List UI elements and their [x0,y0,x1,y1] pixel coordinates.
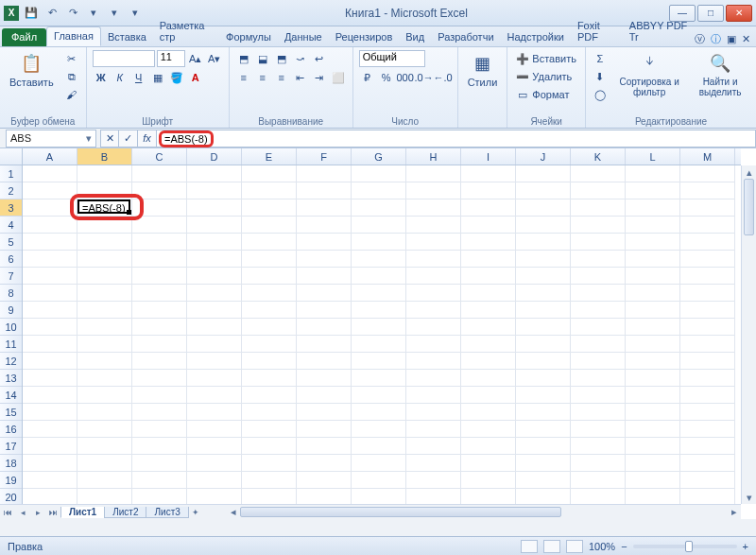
cell[interactable] [626,472,680,489]
cell[interactable] [352,234,406,251]
cell[interactable] [626,285,680,302]
cell[interactable] [516,370,571,387]
row-header[interactable]: 11 [0,336,22,353]
cell[interactable] [626,302,680,319]
name-box[interactable]: ABS ▾ [6,130,96,147]
column-header[interactable]: K [571,148,626,165]
page-layout-view-button[interactable] [543,540,560,553]
cell[interactable] [187,251,242,268]
cell[interactable] [132,217,187,234]
row-header[interactable]: 17 [0,438,22,455]
cell[interactable] [680,251,735,268]
align-top-icon[interactable]: ⬒ [235,50,252,67]
row-header[interactable]: 10 [0,319,22,336]
cell[interactable] [187,319,242,336]
cell[interactable] [680,336,735,353]
cell[interactable] [242,370,297,387]
styles-button[interactable]: ▦ Стили [464,50,502,90]
sheet-nav-last-icon[interactable]: ⏭ [45,505,60,520]
zoom-out-button[interactable]: − [621,541,627,552]
cell[interactable] [23,285,77,302]
maximize-button[interactable]: □ [697,5,724,22]
cell[interactable] [23,217,77,234]
cell[interactable] [352,387,406,404]
increase-decimal-icon[interactable]: .0→ [416,69,433,86]
cell[interactable] [571,370,626,387]
font-size-select[interactable]: 11 [157,50,185,67]
row-header[interactable]: 18 [0,455,22,472]
cell[interactable] [352,421,406,438]
cell[interactable] [297,234,352,251]
clear-icon[interactable]: ◯ [592,86,609,103]
row-header[interactable]: 14 [0,387,22,404]
cell[interactable] [352,182,406,199]
tab-developer[interactable]: Разработчи [431,28,500,46]
cell[interactable] [297,472,352,489]
font-color-icon[interactable]: A [187,69,204,86]
cell[interactable] [187,336,242,353]
cells-area[interactable]: =ABS(-8) [23,165,741,504]
cell[interactable] [571,302,626,319]
cell[interactable] [680,455,735,472]
fill-icon[interactable]: ⬇ [592,68,609,85]
row-header[interactable]: 16 [0,421,22,438]
sort-filter-button[interactable]: ᛎ Сортировка и фильтр [614,50,684,99]
cell[interactable] [406,353,461,370]
cell[interactable] [297,438,352,455]
scroll-thumb[interactable] [744,179,754,235]
cancel-formula-button[interactable]: ✕ [100,130,119,147]
cell[interactable] [461,268,516,285]
cell[interactable] [297,336,352,353]
orientation-icon[interactable]: ⤻ [292,50,309,67]
cell[interactable] [571,455,626,472]
grow-font-icon[interactable]: A▴ [187,50,204,67]
cell[interactable] [242,472,297,489]
cell[interactable] [680,165,735,182]
cell[interactable] [406,251,461,268]
row-header[interactable]: 1 [0,165,22,182]
cell[interactable] [516,353,571,370]
file-tab[interactable]: Файл [2,28,46,46]
cell[interactable] [132,370,187,387]
cell[interactable] [77,438,132,455]
cell[interactable] [23,472,77,489]
zoom-in-button[interactable]: + [743,541,748,552]
cell[interactable] [571,251,626,268]
cell[interactable] [23,182,77,199]
cell[interactable] [406,438,461,455]
cell[interactable] [132,251,187,268]
cell[interactable] [187,182,242,199]
cell[interactable] [187,285,242,302]
window-close-icon[interactable]: ✕ [742,33,750,45]
cell[interactable] [23,319,77,336]
cell[interactable] [571,165,626,182]
cell[interactable] [77,251,132,268]
cell[interactable] [461,404,516,421]
cell[interactable] [626,404,680,421]
cell[interactable] [626,268,680,285]
scroll-thumb[interactable] [240,507,561,517]
cell[interactable] [406,387,461,404]
page-break-view-button[interactable] [566,540,583,553]
column-header[interactable]: J [516,148,571,165]
cell[interactable] [187,268,242,285]
cell[interactable] [680,199,735,217]
cell[interactable] [23,251,77,268]
minimize-ribbon-icon[interactable]: ⓥ [695,32,705,46]
chevron-down-icon[interactable]: ▾ [86,132,92,145]
cell[interactable] [516,472,571,489]
customize-qat-icon[interactable]: ▾ [127,5,144,22]
underline-icon[interactable]: Ч [130,69,147,86]
cell[interactable] [23,302,77,319]
cell[interactable] [187,387,242,404]
row-header[interactable]: 15 [0,404,22,421]
column-header[interactable]: D [187,148,242,165]
cell[interactable] [297,251,352,268]
column-header[interactable]: M [680,148,735,165]
align-bottom-icon[interactable]: ⬒ [273,50,290,67]
scroll-up-icon[interactable]: ▴ [742,165,756,179]
cell[interactable] [297,182,352,199]
cell[interactable] [571,353,626,370]
cell[interactable] [297,370,352,387]
cell[interactable] [406,285,461,302]
